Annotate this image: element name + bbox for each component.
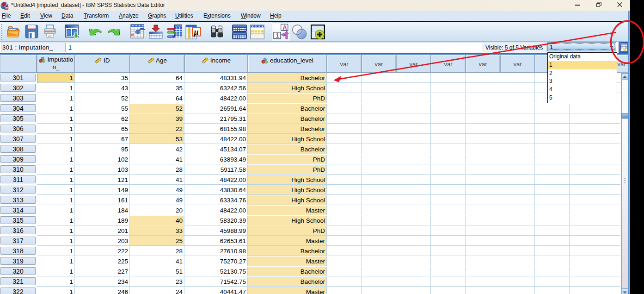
svg-text:μ: μ (194, 27, 199, 37)
svg-text:A: A (282, 24, 287, 31)
svg-text:1: 1 (276, 32, 279, 39)
